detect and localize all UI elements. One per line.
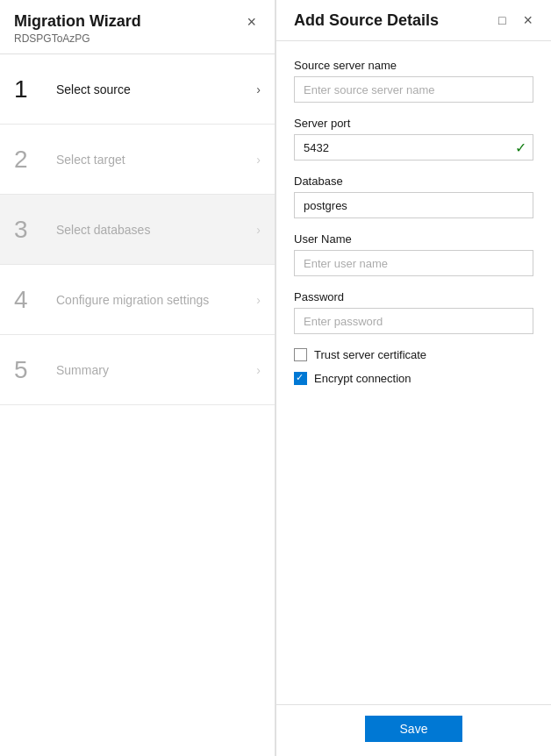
- username-group: User Name: [294, 232, 533, 276]
- step-3-chevron: ›: [256, 223, 261, 237]
- source-server-name-input[interactable]: [294, 76, 533, 103]
- step-3-label: Select databases: [56, 223, 249, 237]
- server-port-label: Server port: [294, 117, 533, 130]
- right-header: Add Source Details □ ×: [276, 0, 551, 41]
- server-port-input[interactable]: [294, 134, 533, 160]
- step-1-chevron: ›: [256, 82, 261, 96]
- wizard-title: Migration Wizard: [14, 12, 141, 31]
- step-2-label: Select target: [56, 153, 249, 167]
- left-panel: Migration Wizard RDSPGToAzPG × 1 Select …: [0, 0, 276, 756]
- trust-cert-checkbox[interactable]: [294, 348, 307, 361]
- step-1-label: Select source: [56, 82, 249, 96]
- left-close-button[interactable]: ×: [242, 12, 261, 32]
- server-port-group: Server port ✓: [294, 117, 533, 160]
- right-panel: Add Source Details □ × Source server nam…: [276, 0, 551, 756]
- database-group: Database: [294, 175, 533, 218]
- wizard-step-2[interactable]: 2 Select target ›: [0, 125, 275, 195]
- wizard-subtitle: RDSPGToAzPG: [14, 32, 141, 45]
- password-input[interactable]: [294, 308, 533, 334]
- database-label: Database: [294, 175, 533, 188]
- source-server-name-label: Source server name: [294, 59, 533, 72]
- encrypt-connection-group: Encrypt connection: [294, 372, 533, 385]
- right-content: Source server name Server port ✓ Databas…: [276, 41, 551, 704]
- step-1-number: 1: [14, 77, 46, 102]
- username-label: User Name: [294, 232, 533, 246]
- encrypt-connection-label: Encrypt connection: [314, 372, 411, 385]
- step-5-number: 5: [14, 358, 46, 382]
- wizard-step-5[interactable]: 5 Summary ›: [0, 335, 275, 405]
- step-2-chevron: ›: [256, 153, 261, 167]
- left-panel-empty-area: [0, 405, 275, 756]
- step-3-number: 3: [14, 218, 46, 242]
- right-header-icons: □ ×: [494, 11, 537, 30]
- step-2-number: 2: [14, 147, 46, 172]
- wizard-step-1[interactable]: 1 Select source ›: [0, 54, 275, 125]
- source-server-name-group: Source server name: [294, 59, 533, 103]
- wizard-step-3[interactable]: 3 Select databases ›: [0, 195, 275, 265]
- left-header: Migration Wizard RDSPGToAzPG ×: [0, 0, 275, 54]
- database-input[interactable]: [294, 192, 533, 218]
- encrypt-connection-checkbox[interactable]: [294, 372, 307, 385]
- right-panel-title: Add Source Details: [294, 11, 439, 30]
- right-close-button[interactable]: ×: [519, 11, 537, 30]
- password-group: Password: [294, 290, 533, 334]
- step-5-label: Summary: [56, 363, 249, 377]
- save-button[interactable]: Save: [365, 716, 463, 742]
- step-4-number: 4: [14, 288, 46, 312]
- trust-cert-label: Trust server certificate: [314, 348, 426, 361]
- server-port-input-wrapper: ✓: [294, 134, 533, 160]
- trust-cert-group: Trust server certificate: [294, 348, 533, 361]
- step-4-chevron: ›: [256, 293, 261, 307]
- username-input[interactable]: [294, 250, 533, 276]
- wizard-step-4[interactable]: 4 Configure migration settings ›: [0, 265, 275, 335]
- step-5-chevron: ›: [256, 363, 261, 377]
- right-footer: Save: [276, 704, 551, 756]
- password-label: Password: [294, 290, 533, 303]
- maximize-button[interactable]: □: [494, 12, 510, 28]
- step-4-label: Configure migration settings: [56, 293, 249, 307]
